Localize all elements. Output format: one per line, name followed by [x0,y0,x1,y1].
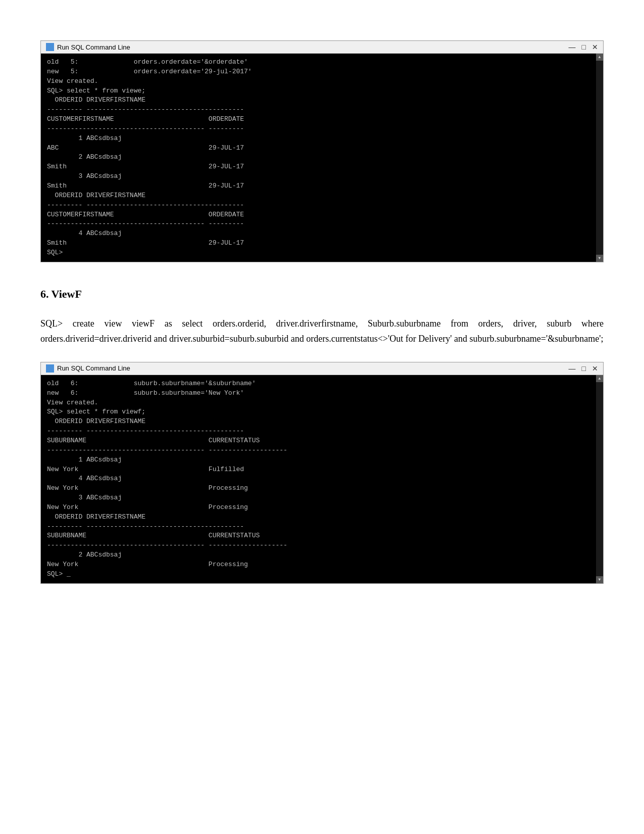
terminal-line: Smith 29-JUL-17 [47,239,585,248]
terminal-line: ORDERID DRIVERFIRSTNAME [47,191,585,201]
terminal-line: Smith 29-JUL-17 [47,181,585,191]
terminal-line: new 5: orders.orderdate='29-jul-2017' [47,67,585,77]
section-heading-6: 6. ViewF [40,288,604,301]
terminal-body-1: old 5: orders.orderdate='&orderdate'new … [41,54,603,262]
minimize-button-1[interactable]: — [569,43,576,51]
terminal-content-1: old 5: orders.orderdate='&orderdate'new … [47,58,593,258]
terminal-line: ----------------------------------------… [47,219,585,229]
terminal-icon-2 [46,364,54,373]
terminal-title-2: Run SQL Command Line [46,364,130,373]
terminal-controls-2[interactable]: — □ ✕ [569,364,598,373]
terminal-line: 4 ABCsdbsaj [47,229,585,239]
terminal-titlebar-1: Run SQL Command Line — □ ✕ [41,41,603,54]
terminal-line: 4 ABCsdbsaj [47,474,585,484]
terminal-line: 2 ABCsdbsaj [47,153,585,162]
terminal-line: SQL> select * from viewe; [47,86,585,96]
terminal-line: ----------------------------------------… [47,541,585,550]
terminal-line: CUSTOMERFIRSTNAME ORDERDATE [47,210,585,220]
terminal-window-1: Run SQL Command Line — □ ✕ old 5: orders… [40,40,604,262]
terminal-line: New York Processing [47,503,585,513]
terminal-scrollbar-1[interactable]: ▲ ▼ [596,54,603,262]
scroll-down-1[interactable]: ▼ [596,255,603,262]
section-6: 6. ViewF SQL> create view viewF as selec… [40,288,604,347]
terminal-line: --------- ------------------------------… [47,522,585,532]
terminal-line: ABC 29-JUL-17 [47,144,585,153]
terminal-line: ORDERID DRIVERFIRSTNAME [47,417,585,427]
close-button-1[interactable]: ✕ [592,43,598,51]
terminal-line: New York Processing [47,484,585,493]
terminal-content-2: old 6: suburb.suburbname='&suburbname'ne… [47,379,593,579]
terminal-window-2: Run SQL Command Line — □ ✕ old 6: suburb… [40,362,604,584]
terminal-line: ORDERID DRIVERFIRSTNAME [47,96,585,105]
terminal-line: 1 ABCsdbsaj [47,455,585,465]
terminal-line: Smith 29-JUL-17 [47,162,585,172]
close-button-2[interactable]: ✕ [592,364,598,373]
terminal-controls-1[interactable]: — □ ✕ [569,43,598,51]
terminal-titlebar-2: Run SQL Command Line — □ ✕ [41,362,603,375]
terminal-line: 2 ABCsdbsaj [47,550,585,560]
terminal-title-1: Run SQL Command Line [46,43,130,51]
terminal-line: new 6: suburb.suburbname='New York' [47,389,585,398]
terminal-line: View created. [47,77,585,86]
terminal-line: old 6: suburb.suburbname='&suburbname' [47,379,585,389]
terminal-line: SQL> select * from viewf; [47,407,585,417]
terminal-line: SUBURBNAME CURRENTSTATUS [47,531,585,541]
terminal-icon-1 [46,43,54,51]
terminal-line: 3 ABCsdbsaj [47,493,585,503]
terminal-line: --------- ------------------------------… [47,105,585,115]
terminal-line: SUBURBNAME CURRENTSTATUS [47,436,585,446]
scroll-down-2[interactable]: ▼ [596,576,603,583]
terminal-line: ----------------------------------------… [47,446,585,455]
terminal-line: old 5: orders.orderdate='&orderdate' [47,58,585,67]
terminal-line: View created. [47,398,585,408]
terminal-line: New York Fulfilled [47,465,585,475]
terminal-body-2: old 6: suburb.suburbname='&suburbname'ne… [41,375,603,583]
terminal-line: 1 ABCsdbsaj [47,134,585,144]
terminal-scrollbar-2[interactable]: ▲ ▼ [596,375,603,583]
minimize-button-2[interactable]: — [569,364,576,373]
terminal-line: ORDERID DRIVERFIRSTNAME [47,513,585,522]
terminal-line: New York Processing [47,560,585,570]
terminal-line: ----------------------------------------… [47,124,585,134]
sql-description-viewf: SQL> create view viewF as select orders.… [40,316,604,347]
scroll-up-1[interactable]: ▲ [596,54,603,61]
terminal-line: --------- ------------------------------… [47,201,585,210]
terminal-line: SQL> [47,248,585,258]
terminal-title-text-1: Run SQL Command Line [57,43,130,51]
terminal-line: SQL> _ [47,570,585,579]
maximize-button-2[interactable]: □ [582,364,586,373]
terminal-line: --------- ------------------------------… [47,427,585,436]
terminal-line: 3 ABCsdbsaj [47,172,585,181]
scroll-up-2[interactable]: ▲ [596,375,603,382]
maximize-button-1[interactable]: □ [582,43,586,51]
terminal-line: CUSTOMERFIRSTNAME ORDERDATE [47,115,585,124]
terminal-title-text-2: Run SQL Command Line [57,364,130,372]
